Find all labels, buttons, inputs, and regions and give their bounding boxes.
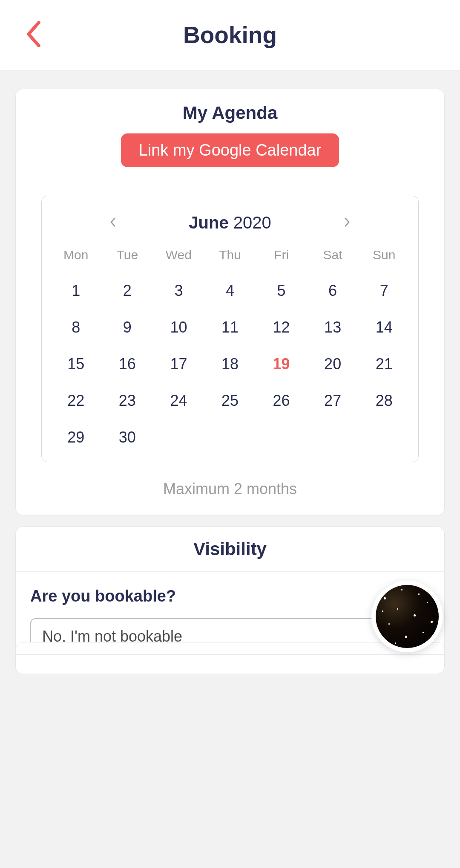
calendar-day[interactable]: 28	[358, 389, 410, 412]
calendar-day[interactable]: 5	[256, 279, 307, 302]
calendar-nav: June 2020	[50, 213, 410, 232]
calendar-day[interactable]: 13	[307, 316, 359, 339]
calendar-day[interactable]: 19	[256, 353, 307, 376]
next-card-peek	[15, 642, 445, 655]
calendar-day-empty	[256, 426, 307, 449]
calendar-day[interactable]: 24	[153, 389, 204, 412]
agenda-title: My Agenda	[24, 103, 436, 123]
visibility-question: Are you bookable?	[30, 587, 430, 605]
header: Booking	[0, 0, 460, 70]
calendar-day[interactable]: 7	[358, 279, 410, 302]
chat-fab[interactable]	[371, 581, 443, 652]
calendar-day-empty	[204, 426, 256, 449]
calendar-day[interactable]: 23	[102, 389, 153, 412]
calendar-day[interactable]: 26	[256, 389, 307, 412]
calendar-day[interactable]: 6	[307, 279, 359, 302]
calendar-day[interactable]: 11	[204, 316, 256, 339]
calendar-day[interactable]: 30	[102, 426, 153, 449]
chevron-left-icon	[110, 217, 116, 227]
chevron-left-icon	[26, 21, 42, 47]
calendar-month-year: June 2020	[189, 213, 271, 232]
page-title: Booking	[0, 21, 460, 49]
calendar-day[interactable]: 1	[50, 279, 102, 302]
calendar-day[interactable]: 9	[102, 316, 153, 339]
calendar-day[interactable]: 17	[153, 353, 204, 376]
calendar-month: June	[189, 213, 228, 232]
calendar-prev-button[interactable]	[106, 212, 120, 234]
agenda-card: My Agenda Link my Google Calendar June 2…	[15, 89, 445, 515]
calendar-day-empty	[153, 426, 204, 449]
back-button[interactable]	[26, 21, 42, 49]
calendar-wrapper: June 2020 MonTueWedThuFriSatSun123456789…	[16, 180, 444, 515]
calendar-dow: Tue	[102, 248, 153, 266]
visibility-card-header: Visibility	[16, 527, 444, 572]
calendar-dow: Mon	[50, 248, 102, 266]
calendar-dow: Sun	[358, 248, 410, 266]
calendar-dow: Wed	[153, 248, 204, 266]
visibility-title: Visibility	[24, 539, 436, 559]
calendar-day[interactable]: 22	[50, 389, 102, 412]
calendar-day[interactable]: 16	[102, 353, 153, 376]
calendar-day[interactable]: 27	[307, 389, 359, 412]
calendar-day[interactable]: 25	[204, 389, 256, 412]
calendar-dow: Fri	[256, 248, 307, 266]
avatar-icon	[376, 585, 439, 648]
calendar-year: 2020	[233, 213, 271, 232]
chevron-right-icon	[344, 217, 350, 227]
calendar-day-empty	[307, 426, 359, 449]
calendar: June 2020 MonTueWedThuFriSatSun123456789…	[41, 196, 419, 462]
calendar-day[interactable]: 4	[204, 279, 256, 302]
calendar-dow: Thu	[204, 248, 256, 266]
agenda-card-header: My Agenda Link my Google Calendar	[16, 89, 444, 180]
calendar-day[interactable]: 10	[153, 316, 204, 339]
calendar-day[interactable]: 20	[307, 353, 359, 376]
calendar-day[interactable]: 21	[358, 353, 410, 376]
calendar-day[interactable]: 14	[358, 316, 410, 339]
calendar-day[interactable]: 8	[50, 316, 102, 339]
calendar-grid: MonTueWedThuFriSatSun1234567891011121314…	[50, 248, 410, 449]
calendar-next-button[interactable]	[340, 212, 354, 234]
calendar-day[interactable]: 3	[153, 279, 204, 302]
link-google-calendar-button[interactable]: Link my Google Calendar	[121, 133, 339, 167]
calendar-day[interactable]: 2	[102, 279, 153, 302]
calendar-day-empty	[358, 426, 410, 449]
calendar-dow: Sat	[307, 248, 359, 266]
calendar-day[interactable]: 18	[204, 353, 256, 376]
calendar-day[interactable]: 15	[50, 353, 102, 376]
calendar-day[interactable]: 12	[256, 316, 307, 339]
calendar-note: Maximum 2 months	[41, 480, 419, 498]
calendar-day[interactable]: 29	[50, 426, 102, 449]
